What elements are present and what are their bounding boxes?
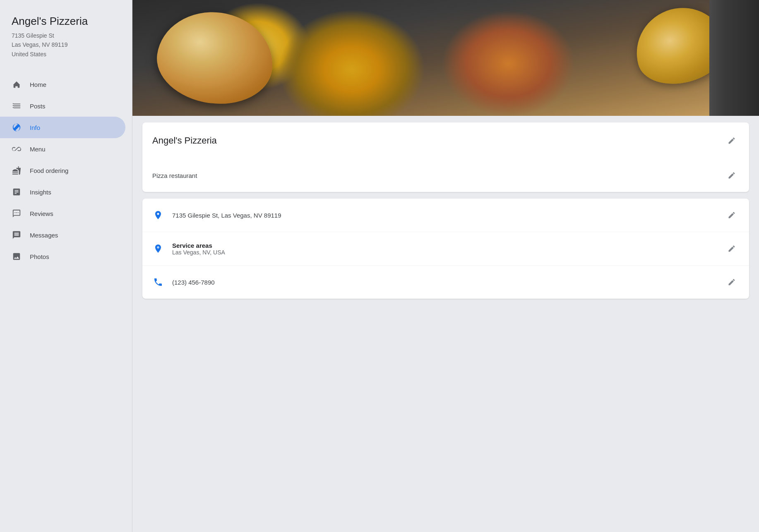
edit-address-button[interactable]: [724, 208, 739, 223]
sidebar-nav: Home Posts Info Menu: [0, 74, 132, 267]
business-type-display: Pizza restaurant: [152, 172, 197, 179]
location-info-card: 7135 Gilespie St, Las Vegas, NV 89119 Se…: [142, 199, 749, 299]
service-areas-row: Service areas Las Vegas, NV, USA: [142, 232, 749, 266]
address-display: 7135 Gilespie St, Las Vegas, NV 89119: [172, 212, 281, 219]
sidebar-item-menu[interactable]: Menu: [0, 138, 125, 160]
location-pin-icon: [152, 209, 164, 221]
sidebar-item-messages-label: Messages: [30, 232, 58, 239]
address-left: 7135 Gilespie St, Las Vegas, NV 89119: [152, 209, 724, 221]
sidebar-item-photos-label: Photos: [30, 253, 49, 260]
phone-row: (123) 456-7890: [142, 266, 749, 299]
phone-icon: [152, 276, 164, 288]
sidebar-item-home[interactable]: Home: [0, 74, 125, 95]
posts-icon: [12, 101, 22, 111]
svg-point-6: [158, 247, 159, 248]
hero-right-dark-object: [709, 0, 759, 116]
sidebar-business-address: 7135 Gilespie St Las Vegas, NV 89119 Uni…: [12, 31, 120, 59]
sidebar-item-photos[interactable]: Photos: [0, 246, 125, 267]
insights-icon: [12, 187, 22, 197]
hero-image: [132, 0, 759, 116]
menu-icon: [12, 144, 22, 154]
sidebar-item-posts-label: Posts: [30, 103, 46, 110]
sidebar-item-posts[interactable]: Posts: [0, 95, 125, 117]
edit-business-type-button[interactable]: [724, 168, 739, 183]
sidebar-business-name: Angel's Pizzeria: [12, 15, 120, 28]
address-line2: Las Vegas, NV 89119: [12, 41, 67, 48]
service-areas-icon: [152, 243, 164, 254]
service-areas-left: Service areas Las Vegas, NV, USA: [152, 242, 724, 256]
service-areas-value: Las Vegas, NV, USA: [172, 249, 724, 256]
sidebar-business-info: Angel's Pizzeria 7135 Gilespie St Las Ve…: [0, 12, 132, 69]
phone-display: (123) 456-7890: [172, 279, 215, 286]
svg-rect-0: [13, 103, 14, 104]
service-areas-label: Service areas: [172, 242, 724, 249]
edit-business-name-button[interactable]: [724, 133, 739, 148]
messages-icon: [12, 230, 22, 240]
address-line1: 7135 Gilespie St: [12, 32, 54, 39]
address-row: 7135 Gilespie St, Las Vegas, NV 89119: [142, 199, 749, 232]
sidebar-item-menu-label: Menu: [30, 146, 46, 153]
sidebar-item-insights-label: Insights: [30, 189, 51, 196]
address-line3: United States: [12, 51, 46, 58]
sidebar-item-info[interactable]: Info: [0, 117, 125, 138]
business-name-display: Angel's Pizzeria: [152, 135, 217, 146]
service-areas-text: Service areas Las Vegas, NV, USA: [172, 242, 724, 256]
edit-service-areas-button[interactable]: [724, 241, 739, 256]
reviews-icon: [12, 208, 22, 218]
home-icon: [12, 79, 22, 89]
business-name-row: Angel's Pizzeria: [142, 122, 749, 159]
sidebar-item-reviews[interactable]: Reviews: [0, 203, 125, 224]
phone-left: (123) 456-7890: [152, 276, 724, 288]
sidebar-item-messages[interactable]: Messages: [0, 224, 125, 246]
photos-icon: [12, 252, 22, 261]
svg-rect-2: [13, 107, 14, 108]
svg-rect-4: [16, 126, 17, 127]
business-name-card: Angel's Pizzeria Pizza restaurant: [142, 122, 749, 192]
sidebar-item-food-ordering-label: Food ordering: [30, 167, 68, 174]
main-content: Angel's Pizzeria Pizza restaurant: [132, 0, 759, 532]
svg-rect-1: [13, 105, 14, 106]
sidebar-item-home-label: Home: [30, 81, 46, 88]
edit-phone-button[interactable]: [724, 275, 739, 290]
sidebar-item-reviews-label: Reviews: [30, 210, 53, 217]
sidebar: Angel's Pizzeria 7135 Gilespie St Las Ve…: [0, 0, 132, 532]
svg-rect-3: [16, 127, 17, 129]
food-ordering-icon: [12, 165, 22, 175]
business-type-row: Pizza restaurant: [142, 159, 749, 192]
info-icon: [12, 122, 22, 132]
sidebar-item-info-label: Info: [30, 124, 40, 131]
sidebar-item-food-ordering[interactable]: Food ordering: [0, 160, 125, 181]
hero-pizza-scene: [132, 0, 759, 116]
info-cards-container: Angel's Pizzeria Pizza restaurant: [132, 122, 759, 309]
sidebar-item-insights[interactable]: Insights: [0, 181, 125, 203]
